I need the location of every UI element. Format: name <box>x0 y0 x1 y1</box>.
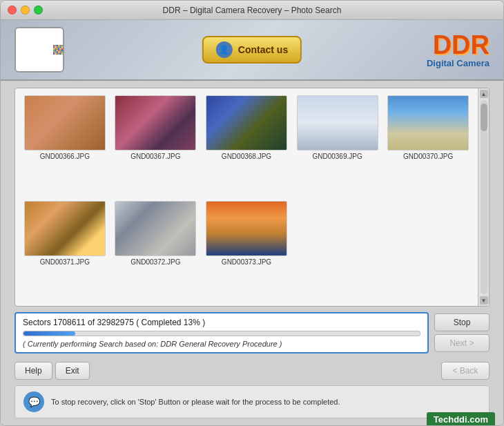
photo-area: GND00366.JPG GND00367.JPG GND00368.JPG G… <box>14 88 490 307</box>
svg-rect-9 <box>58 46 59 48</box>
svg-rect-6 <box>53 46 55 48</box>
photo-thumb-373[interactable] <box>206 201 287 256</box>
progress-bar-bg <box>23 331 420 336</box>
header: // We'll generate colored cells inline v… <box>1 20 503 81</box>
svg-rect-14 <box>57 48 58 50</box>
svg-rect-31 <box>55 53 56 55</box>
photo-label-366: GND00366.JPG <box>40 153 90 160</box>
photo-thumb-372[interactable] <box>115 201 196 256</box>
svg-rect-5 <box>61 45 63 46</box>
svg-rect-3 <box>58 45 59 46</box>
info-icon: 💬 <box>23 391 44 412</box>
close-button[interactable] <box>8 6 17 14</box>
photo-thumb-368[interactable] <box>206 95 287 151</box>
window-title: DDR – Digital Camera Recovery – Photo Se… <box>163 6 342 15</box>
ddr-subtitle: Digital Camera <box>427 58 490 68</box>
svg-rect-16 <box>59 48 61 50</box>
app-logo: // We'll generate colored cells inline v… <box>14 27 64 72</box>
svg-rect-32 <box>57 53 58 55</box>
back-button[interactable]: < Back <box>441 362 490 380</box>
svg-rect-20 <box>57 50 58 51</box>
contact-button[interactable]: 👤 Contact us <box>202 36 302 64</box>
svg-rect-15 <box>58 48 59 50</box>
scroll-down-arrow[interactable]: ▼ <box>480 296 488 304</box>
svg-rect-22 <box>59 50 61 51</box>
svg-rect-18 <box>53 50 55 51</box>
photo-label-373: GND00373.JPG <box>222 258 271 266</box>
svg-rect-21 <box>58 50 59 51</box>
svg-rect-8 <box>57 46 58 48</box>
window-controls <box>8 6 43 14</box>
scroll-up-arrow[interactable]: ▲ <box>480 90 488 98</box>
list-item[interactable]: GND00370.JPG <box>385 95 471 194</box>
watermark: Techddi.com <box>427 412 495 426</box>
svg-rect-17 <box>61 48 63 50</box>
photo-thumb-367[interactable] <box>115 95 196 151</box>
logo-svg <box>53 29 63 70</box>
svg-rect-30 <box>53 53 55 55</box>
svg-rect-35 <box>61 53 63 55</box>
svg-rect-23 <box>61 50 63 51</box>
maximize-button[interactable] <box>34 6 43 14</box>
photo-grid: GND00366.JPG GND00367.JPG GND00368.JPG G… <box>15 88 478 306</box>
progress-sub-status: ( Currently performing Search based on: … <box>23 340 420 348</box>
svg-rect-2 <box>57 45 58 46</box>
bottom-buttons: Help Exit < Back <box>14 362 490 380</box>
svg-rect-26 <box>57 51 58 52</box>
photo-label-371: GND00371.JPG <box>40 258 90 266</box>
progress-box: Sectors 1708611 of 32982975 ( Completed … <box>14 312 429 354</box>
main-window: DDR – Digital Camera Recovery – Photo Se… <box>0 0 504 426</box>
svg-rect-27 <box>58 51 59 52</box>
scroll-thumb[interactable] <box>481 104 487 131</box>
progress-row: Sectors 1708611 of 32982975 ( Completed … <box>14 312 490 354</box>
photo-thumb-366[interactable] <box>24 95 106 151</box>
svg-rect-7 <box>55 46 56 48</box>
exit-button[interactable]: Exit <box>55 362 90 380</box>
minimize-button[interactable] <box>21 6 30 14</box>
photo-label-370: GND00370.JPG <box>403 153 453 160</box>
photo-label-372: GND00372.JPG <box>130 258 180 266</box>
list-item[interactable]: GND00368.JPG <box>204 95 289 194</box>
list-item[interactable]: GND00372.JPG <box>113 201 199 300</box>
ddr-logo: DDR Digital Camera <box>427 32 490 68</box>
svg-rect-19 <box>55 50 56 51</box>
contact-label: Contact us <box>238 44 288 55</box>
photo-thumb-369[interactable] <box>297 95 378 151</box>
photo-thumb-370[interactable] <box>387 95 469 151</box>
list-item[interactable]: GND00369.JPG <box>295 95 380 194</box>
list-item[interactable]: GND00371.JPG <box>22 201 108 300</box>
ddr-title: DDR <box>433 32 490 58</box>
list-item[interactable]: GND00367.JPG <box>113 95 199 194</box>
logo-grid: // We'll generate colored cells inline v… <box>16 31 53 68</box>
scroll-track[interactable] <box>481 100 487 294</box>
scrollbar[interactable]: ▲ ▼ <box>478 88 489 306</box>
svg-rect-29 <box>61 51 63 52</box>
svg-rect-33 <box>58 53 59 55</box>
photo-thumb-371[interactable] <box>24 201 106 256</box>
svg-rect-11 <box>61 46 63 48</box>
contact-icon: 👤 <box>216 41 233 58</box>
svg-rect-25 <box>55 51 56 52</box>
info-message: To stop recovery, click on 'Stop' Button… <box>51 398 340 406</box>
progress-status: Sectors 1708611 of 32982975 ( Completed … <box>23 318 420 327</box>
progress-bar-fill <box>23 331 75 336</box>
stop-button[interactable]: Stop <box>434 313 490 331</box>
main-content: GND00366.JPG GND00367.JPG GND00368.JPG G… <box>1 81 503 425</box>
photo-label-368: GND00368.JPG <box>222 153 271 160</box>
photo-label-369: GND00369.JPG <box>312 153 362 160</box>
action-buttons: Stop Next > <box>434 312 490 354</box>
svg-rect-4 <box>59 45 61 46</box>
list-item[interactable]: GND00366.JPG <box>22 95 108 194</box>
svg-rect-1 <box>55 45 56 46</box>
svg-rect-0 <box>53 45 55 46</box>
info-bar: 💬 To stop recovery, click on 'Stop' Butt… <box>14 385 490 418</box>
svg-rect-10 <box>59 46 61 48</box>
svg-rect-13 <box>55 48 56 50</box>
next-button[interactable]: Next > <box>434 334 490 352</box>
photo-label-367: GND00367.JPG <box>130 153 180 160</box>
titlebar: DDR – Digital Camera Recovery – Photo Se… <box>1 1 503 20</box>
list-item[interactable]: GND00373.JPG <box>204 201 289 300</box>
svg-rect-24 <box>53 51 55 52</box>
svg-rect-28 <box>59 51 61 52</box>
help-button[interactable]: Help <box>14 362 52 380</box>
